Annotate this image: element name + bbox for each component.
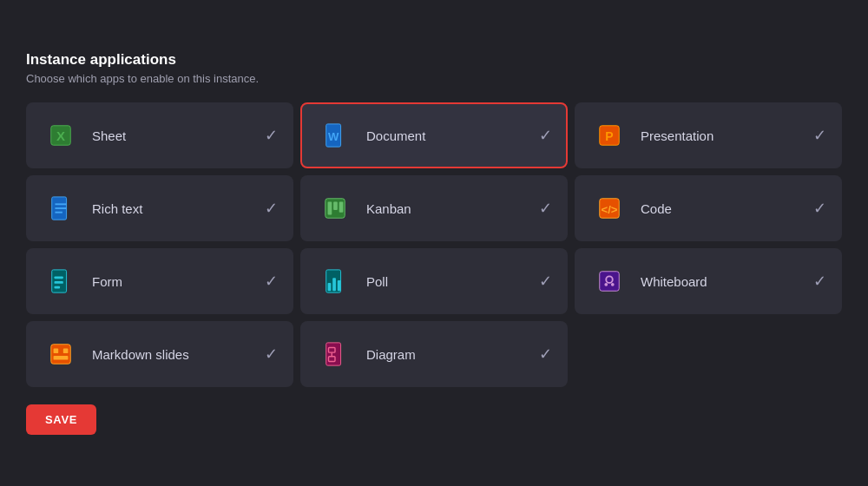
- diagram-label: Diagram: [366, 347, 539, 362]
- app-item-presentation[interactable]: P Presentation✓: [575, 102, 842, 168]
- diagram-checkmark: ✓: [539, 345, 552, 364]
- code-icon: </>: [590, 189, 628, 227]
- app-item-whiteboard[interactable]: Whiteboard✓: [575, 248, 842, 314]
- save-button[interactable]: SAVE: [26, 404, 96, 435]
- svg-rect-11: [328, 202, 332, 215]
- svg-point-26: [604, 283, 608, 286]
- app-item-rich-text[interactable]: Rich text✓: [26, 175, 293, 241]
- page-container: Instance applications Choose which apps …: [9, 30, 859, 456]
- poll-checkmark: ✓: [539, 272, 552, 291]
- svg-rect-12: [333, 202, 338, 210]
- app-item-poll[interactable]: Poll✓: [300, 248, 568, 314]
- app-item-sheet[interactable]: X Sheet✓: [26, 102, 293, 168]
- form-label: Form: [92, 274, 265, 289]
- svg-text:P: P: [605, 129, 613, 143]
- rich-text-label: Rich text: [92, 201, 265, 216]
- rich-text-checkmark: ✓: [265, 199, 278, 218]
- markdown-slides-icon: [42, 335, 80, 373]
- svg-text:X: X: [56, 128, 65, 143]
- page-title: Instance applications: [26, 51, 842, 69]
- form-checkmark: ✓: [265, 272, 278, 291]
- svg-rect-19: [55, 286, 61, 289]
- rich-text-icon: [42, 189, 80, 227]
- presentation-label: Presentation: [641, 128, 813, 143]
- svg-rect-21: [328, 283, 332, 291]
- page-subtitle: Choose which apps to enable on this inst…: [26, 72, 842, 85]
- document-label: Document: [366, 128, 539, 143]
- app-item-kanban[interactable]: Kanban✓: [300, 175, 568, 241]
- svg-rect-30: [63, 348, 69, 353]
- document-checkmark: ✓: [539, 126, 552, 145]
- presentation-icon: P: [590, 116, 628, 154]
- markdown-slides-checkmark: ✓: [265, 345, 278, 364]
- sheet-icon: X: [42, 116, 80, 154]
- whiteboard-label: Whiteboard: [641, 274, 813, 289]
- kanban-checkmark: ✓: [539, 199, 552, 218]
- svg-rect-23: [338, 280, 341, 291]
- svg-rect-24: [600, 272, 620, 292]
- kanban-label: Kanban: [366, 201, 539, 216]
- whiteboard-checkmark: ✓: [813, 272, 826, 291]
- app-item-code[interactable]: </> Code✓: [575, 175, 842, 241]
- poll-label: Poll: [366, 274, 539, 289]
- svg-rect-18: [55, 281, 63, 284]
- svg-text:W: W: [328, 130, 339, 143]
- svg-point-27: [611, 283, 615, 286]
- app-item-document[interactable]: W Document✓: [300, 102, 568, 168]
- markdown-slides-label: Markdown slides: [92, 347, 265, 362]
- code-checkmark: ✓: [813, 199, 826, 218]
- sheet-checkmark: ✓: [265, 126, 278, 145]
- kanban-icon: [316, 189, 354, 227]
- document-icon: W: [316, 116, 354, 154]
- app-item-markdown-slides[interactable]: Markdown slides✓: [26, 321, 293, 387]
- whiteboard-icon: [590, 262, 628, 300]
- app-item-diagram[interactable]: Diagram✓: [300, 321, 568, 387]
- apps-grid: X Sheet✓ W Document✓ P Presentation✓ Ric…: [26, 102, 842, 387]
- code-label: Code: [641, 201, 813, 216]
- svg-rect-17: [55, 276, 63, 279]
- svg-rect-32: [326, 343, 341, 365]
- diagram-icon: [316, 335, 354, 373]
- svg-rect-13: [339, 202, 344, 213]
- svg-rect-31: [54, 356, 69, 360]
- sheet-label: Sheet: [92, 128, 265, 143]
- form-icon: [42, 262, 80, 300]
- svg-rect-28: [51, 345, 71, 364]
- poll-icon: [316, 262, 354, 300]
- app-item-form[interactable]: Form✓: [26, 248, 293, 314]
- svg-text:</>: </>: [602, 203, 618, 216]
- svg-rect-22: [332, 278, 336, 291]
- presentation-checkmark: ✓: [813, 126, 826, 145]
- svg-rect-29: [54, 348, 59, 353]
